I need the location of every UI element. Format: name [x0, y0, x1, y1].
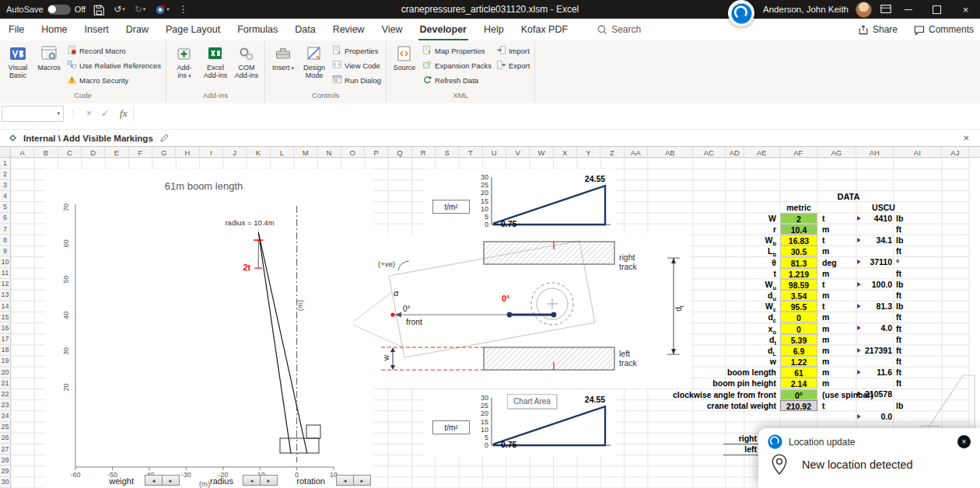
value-cell-dl[interactable]: 6.9: [780, 345, 817, 356]
column-header-L[interactable]: L: [271, 147, 294, 158]
record-macro-button[interactable]: Record Macro: [65, 44, 163, 58]
user-avatar[interactable]: [856, 2, 872, 18]
name-box[interactable]: ▾: [2, 106, 64, 122]
row-header-4[interactable]: 4: [0, 190, 11, 201]
value-cell-t[interactable]: 1.219: [780, 268, 817, 279]
column-header-A[interactable]: A: [11, 147, 34, 158]
row-header-7[interactable]: 7: [0, 224, 11, 235]
tab-file[interactable]: File: [0, 19, 33, 40]
autosave-switch[interactable]: [47, 5, 71, 15]
value-cell-du[interactable]: 3.54: [780, 290, 817, 301]
row-header-26[interactable]: 26: [0, 433, 11, 444]
column-header-J[interactable]: J: [223, 147, 247, 158]
column-header-B[interactable]: B: [34, 147, 58, 158]
tab-developer[interactable]: Developer: [411, 19, 475, 40]
value-cell-boom-pin-height[interactable]: 2.14: [780, 378, 817, 389]
column-header-Y[interactable]: Y: [577, 147, 600, 158]
row-header-9[interactable]: 9: [0, 246, 11, 256]
tab-home[interactable]: Home: [33, 19, 75, 40]
undo-button[interactable]: ↺▾: [111, 4, 128, 15]
column-header-AE[interactable]: AE: [744, 147, 780, 158]
tab-data[interactable]: Data: [286, 19, 324, 40]
row-header-14[interactable]: 14: [0, 301, 11, 312]
value-cell-r[interactable]: 10.4: [780, 224, 817, 235]
value-cell-dc[interactable]: 0: [780, 312, 817, 322]
row-header-21[interactable]: 21: [0, 378, 11, 389]
comments-button[interactable]: Comments: [913, 24, 974, 36]
map-properties-button[interactable]: Map Properties: [420, 44, 494, 58]
formula-input[interactable]: [133, 106, 978, 121]
add-ins-button[interactable]: Add-ins ▾: [169, 41, 200, 79]
tab-help[interactable]: Help: [475, 19, 513, 40]
row-header-2[interactable]: 2: [0, 169, 11, 180]
close-message-bar-button[interactable]: ×: [963, 132, 969, 144]
tab-view[interactable]: View: [373, 19, 411, 40]
tab-page-layout[interactable]: Page Layout: [157, 19, 229, 40]
view-code-button[interactable]: View Code: [330, 58, 383, 73]
insert-button[interactable]: Insert ▾: [268, 41, 299, 71]
row-header-11[interactable]: 11: [0, 268, 11, 279]
visual-basic-button[interactable]: VisualBasic: [2, 41, 33, 79]
share-button[interactable]: Share: [858, 24, 898, 35]
notification-close-button[interactable]: ×: [957, 435, 971, 448]
import-button[interactable]: Import: [494, 44, 532, 58]
value-cell-wu[interactable]: 98.59: [780, 279, 817, 290]
column-header-U[interactable]: U: [483, 147, 506, 158]
row-header-23[interactable]: 23: [0, 399, 11, 410]
macros-button[interactable]: Macros: [33, 41, 65, 71]
design-mode-button[interactable]: DesignMode: [299, 41, 330, 79]
column-header-H[interactable]: H: [176, 147, 199, 158]
expansion-packs-button[interactable]: Expansion Packs: [420, 58, 494, 73]
row-header-27[interactable]: 27: [0, 444, 11, 455]
row-header-6[interactable]: 6: [0, 213, 11, 224]
boom-chart[interactable]: 61m boom length-60-50-40-30-20-100107060…: [45, 169, 373, 488]
weight-spin-up-button[interactable]: ►: [162, 475, 180, 486]
column-header-AC[interactable]: AC: [693, 147, 726, 158]
tab-insert[interactable]: Insert: [76, 19, 117, 40]
export-button[interactable]: Export: [494, 58, 532, 73]
redo-button[interactable]: ↻▾: [132, 4, 149, 15]
pressure-chart-top[interactable]: 3025201510500.7524.55t/m²: [425, 169, 616, 238]
rotation-spin-up-button[interactable]: ►: [353, 475, 371, 486]
value-cell-wc[interactable]: 95.5: [780, 301, 817, 312]
value-cell-boom-length[interactable]: 61: [780, 367, 817, 378]
save-button[interactable]: [90, 4, 107, 16]
row-header-10[interactable]: 10: [0, 256, 11, 267]
column-header-AA[interactable]: AA: [625, 147, 648, 158]
tab-review[interactable]: Review: [324, 19, 373, 40]
column-header-AG[interactable]: AG: [817, 147, 856, 158]
column-header-Q[interactable]: Q: [388, 147, 411, 158]
row-header-28[interactable]: 28: [0, 455, 11, 465]
column-header-C[interactable]: C: [58, 147, 82, 158]
pressure-chart-bottom[interactable]: 3025201510500.7524.55t/m²Chart Area: [425, 389, 616, 457]
row-header-1[interactable]: 1: [0, 158, 11, 169]
ribbon-display-options-button[interactable]: [879, 3, 893, 16]
minimize-button[interactable]: [894, 0, 922, 19]
column-header-AD[interactable]: AD: [726, 147, 744, 158]
maximize-button[interactable]: [922, 0, 951, 19]
column-header-G[interactable]: G: [152, 147, 176, 158]
value-cell-lb[interactable]: 30.5: [780, 246, 817, 256]
column-header-W[interactable]: W: [530, 147, 553, 158]
row-header-30[interactable]: 30: [0, 477, 11, 488]
refresh-data-button[interactable]: Refresh Data: [420, 73, 494, 88]
column-header-S[interactable]: S: [436, 147, 459, 158]
value-cell-w[interactable]: 2: [780, 213, 817, 224]
row-header-17[interactable]: 17: [0, 334, 11, 345]
row-header-3[interactable]: 3: [0, 180, 11, 190]
more-commands-button[interactable]: ⋮: [177, 4, 191, 15]
column-header-K[interactable]: K: [247, 147, 270, 158]
column-header-M[interactable]: M: [294, 147, 317, 158]
column-header-AI[interactable]: AI: [894, 147, 942, 158]
excel-add-ins-button[interactable]: ExcelAdd-ins: [200, 41, 231, 79]
com-add-ins-button[interactable]: COMAdd-ins: [231, 41, 262, 79]
row-header-19[interactable]: 19: [0, 356, 11, 367]
column-header-V[interactable]: V: [506, 147, 530, 158]
radius-spin-up-button[interactable]: ►: [260, 475, 278, 486]
column-header-N[interactable]: N: [317, 147, 341, 158]
macro-security-button[interactable]: Macro Security: [65, 73, 163, 88]
column-header-AB[interactable]: AB: [648, 147, 693, 158]
row-header-16[interactable]: 16: [0, 322, 11, 333]
column-header-O[interactable]: O: [341, 147, 365, 158]
formula-enter-button[interactable]: ✓: [96, 108, 114, 119]
